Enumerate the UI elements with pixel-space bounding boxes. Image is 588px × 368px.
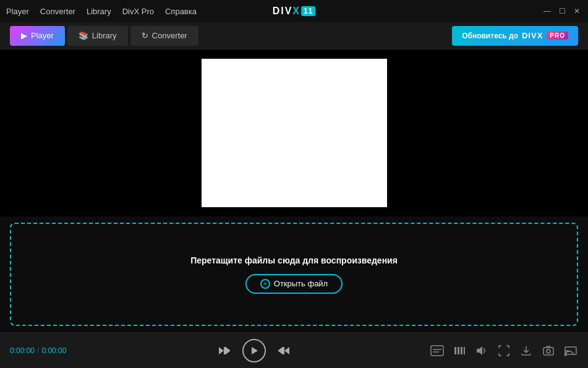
svg-marker-0 bbox=[219, 347, 224, 354]
app-logo: DIVX 11 bbox=[273, 6, 316, 17]
svg-rect-15 bbox=[543, 348, 553, 355]
logo-version: 11 bbox=[301, 6, 315, 16]
svg-marker-14 bbox=[477, 346, 482, 355]
window-controls: — ☐ ✕ bbox=[542, 6, 582, 16]
controls-bar: 0:00:00 / 0:00:00 bbox=[0, 332, 588, 368]
upgrade-label: Обновитесь до bbox=[462, 32, 518, 40]
plus-circle-icon: + bbox=[260, 279, 270, 289]
subtitles-button[interactable] bbox=[430, 343, 445, 358]
svg-marker-2 bbox=[226, 347, 230, 354]
converter-tab-label: Converter bbox=[152, 31, 187, 40]
total-time: 0:00:00 bbox=[41, 346, 66, 355]
player-tab-label: Player bbox=[31, 31, 54, 40]
video-placeholder bbox=[202, 59, 387, 207]
screenshot-button[interactable] bbox=[541, 343, 556, 358]
svg-rect-11 bbox=[458, 347, 459, 354]
svg-marker-6 bbox=[278, 347, 283, 354]
logo-x: X bbox=[292, 6, 300, 16]
svg-rect-5 bbox=[283, 347, 284, 354]
open-file-label: Открыть файл bbox=[274, 279, 328, 288]
library-tab-label: Library bbox=[92, 31, 117, 40]
titlebar: Player Converter Library DivX Pro Справк… bbox=[0, 0, 588, 22]
svg-rect-13 bbox=[464, 347, 465, 354]
current-time: 0:00:00 bbox=[10, 346, 35, 355]
svg-marker-3 bbox=[252, 347, 258, 354]
chapters-button[interactable] bbox=[452, 343, 467, 358]
library-tab-icon: 📚 bbox=[79, 31, 88, 40]
skip-forward-button[interactable] bbox=[276, 342, 293, 359]
upgrade-divx-label: DIVX bbox=[522, 31, 543, 40]
upgrade-button[interactable]: Обновитесь до DIVX PRO bbox=[452, 26, 578, 46]
play-button[interactable] bbox=[242, 339, 266, 362]
svg-rect-1 bbox=[224, 347, 226, 354]
fullscreen-button[interactable] bbox=[496, 343, 511, 358]
drop-zone-text: Перетащите файлы сюда для воспроизведени… bbox=[190, 255, 398, 265]
svg-rect-7 bbox=[431, 346, 443, 356]
menu-converter[interactable]: Converter bbox=[40, 7, 75, 16]
navbar: ▶ Player 📚 Library ↻ Converter Обновитес… bbox=[0, 22, 588, 49]
menu-bar: Player Converter Library DivX Pro Справк… bbox=[6, 7, 197, 16]
tab-converter[interactable]: ↻ Converter bbox=[130, 26, 198, 46]
download-button[interactable] bbox=[519, 343, 534, 358]
right-controls bbox=[430, 343, 578, 358]
logo-text: DIVX bbox=[273, 6, 300, 17]
drop-zone[interactable]: Перетащите файлы сюда для воспроизведени… bbox=[10, 223, 578, 326]
skip-back-button[interactable] bbox=[215, 342, 232, 359]
player-tab-icon: ▶ bbox=[21, 31, 27, 40]
volume-button[interactable] bbox=[474, 343, 489, 358]
maximize-button[interactable]: ☐ bbox=[557, 6, 567, 16]
minimize-button[interactable]: — bbox=[542, 6, 552, 16]
converter-tab-icon: ↻ bbox=[142, 31, 148, 40]
cast-button[interactable] bbox=[563, 343, 578, 358]
upgrade-pro-badge: PRO bbox=[547, 32, 568, 40]
svg-rect-10 bbox=[454, 347, 456, 354]
svg-point-18 bbox=[565, 354, 566, 356]
menu-help[interactable]: Справка bbox=[165, 7, 197, 16]
open-file-button[interactable]: + Открыть файл bbox=[245, 274, 343, 294]
tab-player[interactable]: ▶ Player bbox=[10, 26, 65, 46]
svg-rect-12 bbox=[461, 347, 462, 354]
close-button[interactable]: ✕ bbox=[572, 6, 582, 16]
time-display: 0:00:00 / 0:00:00 bbox=[10, 346, 78, 355]
menu-library[interactable]: Library bbox=[87, 7, 111, 16]
menu-player[interactable]: Player bbox=[6, 7, 29, 16]
time-separator: / bbox=[37, 346, 39, 355]
main-area: Перетащите файлы сюда для воспроизведени… bbox=[0, 49, 588, 332]
svg-marker-4 bbox=[284, 347, 289, 354]
playback-controls bbox=[84, 339, 424, 362]
tab-library[interactable]: 📚 Library bbox=[67, 26, 128, 46]
svg-point-16 bbox=[547, 349, 550, 353]
menu-divxpro[interactable]: DivX Pro bbox=[122, 7, 154, 16]
video-area bbox=[0, 49, 588, 216]
